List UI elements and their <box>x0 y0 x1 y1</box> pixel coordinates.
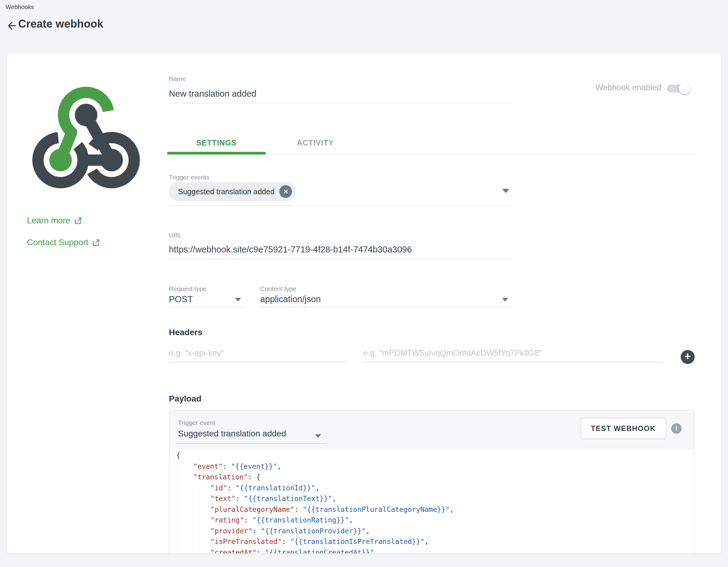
learn-more-link[interactable]: Learn more <box>27 216 82 226</box>
tab-activity[interactable]: ACTIVITY <box>266 133 365 152</box>
chip-label: Suggested translation added <box>178 187 274 196</box>
trigger-events-label: Trigger events <box>169 174 209 181</box>
payload-trigger-underline <box>176 443 327 444</box>
url-input[interactable] <box>169 240 512 260</box>
tab-settings[interactable]: SETTINGS <box>167 133 266 152</box>
chip-remove-icon[interactable]: ✕ <box>279 185 292 198</box>
webhook-enabled-toggle[interactable] <box>667 85 690 92</box>
payload-trigger-event-label: Trigger event <box>178 419 215 426</box>
trigger-event-chip[interactable]: Suggested translation added ✕ <box>169 182 296 201</box>
back-arrow-icon[interactable] <box>7 21 17 31</box>
payload-trigger-event-select[interactable]: Suggested translation added <box>178 429 286 438</box>
external-link-icon <box>74 217 82 225</box>
header-value-input[interactable] <box>363 344 663 362</box>
toggle-thumb <box>679 83 690 94</box>
header-key-input[interactable] <box>169 344 348 362</box>
trigger-events-underline <box>169 206 512 206</box>
learn-more-label: Learn more <box>27 216 70 226</box>
external-link-icon <box>92 239 100 247</box>
payload-code[interactable]: { "event": "{{event}}", "translation": {… <box>169 448 694 553</box>
contact-support-label: Contact Support <box>27 238 88 247</box>
request-type-dropdown-icon[interactable] <box>235 298 241 301</box>
breadcrumb: Webhooks <box>5 4 34 11</box>
payload-panel: Trigger event Suggested translation adde… <box>169 410 694 553</box>
webhook-logo-icon <box>27 78 146 194</box>
content-type-underline <box>260 307 512 307</box>
request-type-label: Request type <box>169 285 206 292</box>
url-label: URL <box>169 232 182 239</box>
create-webhook-card: Learn more Contact Support Name Webhook … <box>7 54 721 553</box>
add-header-button[interactable]: + <box>681 350 695 364</box>
headers-title: Headers <box>169 327 203 337</box>
test-webhook-button[interactable]: TEST WEBHOOK <box>580 418 666 439</box>
content-type-select[interactable]: application/json <box>260 294 321 304</box>
active-tab-indicator <box>167 152 266 155</box>
page-title: Create webhook <box>18 18 103 30</box>
content-type-label: Content type <box>260 285 296 292</box>
name-label: Name <box>169 75 186 82</box>
content-type-dropdown-icon[interactable] <box>502 298 508 301</box>
webhook-enabled-label: Webhook enabled <box>577 83 661 92</box>
request-type-underline <box>169 307 245 307</box>
request-type-select[interactable]: POST <box>169 294 193 304</box>
contact-support-link[interactable]: Contact Support <box>27 238 100 247</box>
info-icon[interactable]: i <box>671 423 682 434</box>
payload-panel-header: Trigger event Suggested translation adde… <box>169 411 694 448</box>
trigger-events-dropdown-icon[interactable] <box>502 189 509 193</box>
payload-title: Payload <box>169 394 201 404</box>
payload-trigger-dropdown-icon[interactable] <box>315 434 321 438</box>
name-input[interactable] <box>169 85 512 103</box>
tab-bar: SETTINGS ACTIVITY <box>167 133 365 152</box>
